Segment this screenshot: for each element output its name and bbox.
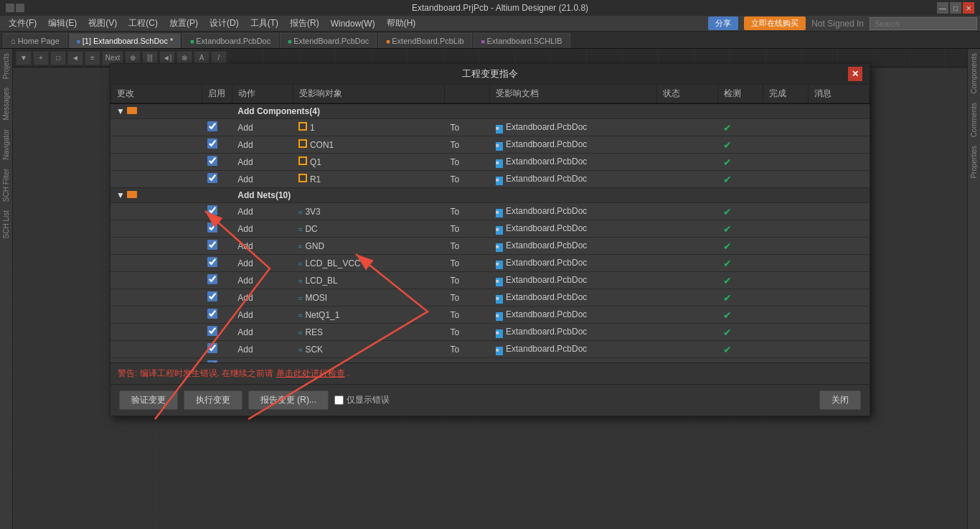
minimize-button[interactable]: — xyxy=(937,2,948,14)
check-status-con1: ✔ xyxy=(723,139,732,151)
dialog-close-button[interactable]: ✕ xyxy=(848,67,862,81)
share-button[interactable]: 分享 xyxy=(708,17,738,30)
enable-netq1[interactable] xyxy=(207,309,217,319)
to-dc: To xyxy=(444,220,489,238)
enable-3v3[interactable] xyxy=(207,205,217,215)
restore-button[interactable]: □ xyxy=(950,2,961,14)
enable-checkbox-r1[interactable] xyxy=(207,173,217,183)
to-netq1: To xyxy=(444,306,489,324)
component-icon-1 xyxy=(298,122,307,131)
pcbdoc-icon-1: ■ xyxy=(496,125,503,134)
enable-gnd[interactable] xyxy=(207,240,217,250)
enable-checkbox-con1[interactable] xyxy=(207,139,217,149)
search-input[interactable] xyxy=(870,17,977,30)
tab-schematic[interactable]: ■ [1] Extandboard.SchDoc * xyxy=(69,33,182,48)
warning-link[interactable]: 单击此处进行检查 xyxy=(276,368,345,378)
col-message: 消息 xyxy=(809,85,870,103)
close-dialog-button[interactable]: 关闭 xyxy=(819,390,861,410)
menu-window[interactable]: Window(W) xyxy=(325,17,381,30)
doc-q1: ■Extandboard.PcbDoc xyxy=(490,154,657,171)
doc-netq1: ■Extandboard.PcbDoc xyxy=(490,306,657,324)
col-affected-object: 受影响对象 xyxy=(293,85,444,103)
enable-vdd5v[interactable] xyxy=(207,360,217,362)
tab-pcblib[interactable]: ■ ExtendBoard.PcbLib xyxy=(378,33,471,48)
table-row: Add 1 To ■Extandboard.PcbDoc ✔ xyxy=(110,119,870,136)
table-header-row: 更改 启用 动作 受影响对象 受影响文档 状态 检测 完成 消息 xyxy=(111,85,870,103)
enable-checkbox-1[interactable] xyxy=(207,121,217,131)
object-dc: ≈DC xyxy=(293,220,445,238)
action-add-con1: Add xyxy=(232,136,293,154)
object-netq1: ≈NetQ1_1 xyxy=(293,306,445,324)
object-lcd-bl-vcc: ≈LCD_BL_VCC xyxy=(293,255,445,272)
doc-con1: ■Extandboard.PcbDoc xyxy=(490,136,657,154)
tab-pcbdoc2[interactable]: ■ ExtendBoard.PcbDoc xyxy=(280,33,377,48)
menu-edit[interactable]: 编辑(E) xyxy=(42,16,83,31)
pcbdoc-icon-lcd-bl-vcc: ■ xyxy=(496,261,503,269)
enable-res[interactable] xyxy=(207,326,217,336)
tab-home[interactable]: ⌂ Home Page xyxy=(3,33,67,48)
tab-pcbdoc[interactable]: ■ Extandboard.PcbDoc xyxy=(182,33,278,48)
enable-lcd-bl-vcc[interactable] xyxy=(207,257,217,267)
tab-schlib[interactable]: ■ Extandboard.SCHLIB xyxy=(473,33,570,48)
menu-project[interactable]: 工程(C) xyxy=(123,16,164,31)
net-icon-res: ≈ xyxy=(298,329,303,337)
folder-icon-components xyxy=(127,107,137,114)
pcbdoc-icon-netq1: ■ xyxy=(496,312,503,321)
check-status-sck: ✔ xyxy=(723,344,732,355)
change-table-body: ▼ Add Components(4) Add xyxy=(110,104,870,362)
pcbdoc-icon-q1: ■ xyxy=(496,159,503,168)
sidebar-properties[interactable]: Properties xyxy=(969,141,979,183)
table-row: Add ≈NetQ1_1 To ■Extandboard.PcbDoc ✔ xyxy=(110,306,870,324)
sidebar-sch-list[interactable]: SCH List xyxy=(1,206,11,243)
menu-design[interactable]: 设计(D) xyxy=(204,16,245,31)
buy-button[interactable]: 立即在线购买 xyxy=(744,17,806,30)
report-button[interactable]: 报告变更 (R)... xyxy=(248,390,329,410)
change-table: 更改 启用 动作 受影响对象 受影响文档 状态 检测 完成 消息 xyxy=(110,84,870,103)
check-status-dc: ✔ xyxy=(723,223,732,235)
only-errors-checkbox[interactable] xyxy=(334,395,344,405)
action-mosi: Add xyxy=(232,289,293,306)
net-icon-dc: ≈ xyxy=(298,225,303,233)
sidebar-messages[interactable]: Messages xyxy=(1,83,11,125)
menu-tools[interactable]: 工具(T) xyxy=(245,16,284,31)
check-status-res: ✔ xyxy=(723,327,732,338)
menu-file[interactable]: 文件(F) xyxy=(3,16,42,31)
menu-view[interactable]: 视图(V) xyxy=(83,16,123,31)
only-errors-text: 仅显示错误 xyxy=(347,394,390,406)
to-sck: To xyxy=(444,341,489,358)
menu-reports[interactable]: 报告(R) xyxy=(284,16,325,31)
validate-button[interactable]: 验证变更 xyxy=(119,390,178,410)
sidebar-projects[interactable]: Projects xyxy=(1,49,11,83)
home-icon: ⌂ xyxy=(11,37,18,45)
enable-dc[interactable] xyxy=(207,223,217,233)
doc-res: ■Extandboard.PcbDoc xyxy=(490,324,657,341)
change-table-scroll[interactable]: ▼ Add Components(4) Add xyxy=(110,104,870,362)
enable-checkbox-q1[interactable] xyxy=(207,156,217,166)
enable-mosi[interactable] xyxy=(207,291,217,301)
tabbar: ⌂ Home Page ■ [1] Extandboard.SchDoc * ■… xyxy=(0,32,980,49)
table-row: Add ≈RES To ■Extandboard.PcbDoc ✔ xyxy=(110,324,870,341)
window-title: Extandboard.PrjPcb - Altium Designer (21… xyxy=(63,3,937,13)
group-label-nets: Add Nets(10) xyxy=(232,188,870,203)
sidebar-navigator[interactable]: Navigator xyxy=(1,125,11,164)
enable-sck[interactable] xyxy=(207,343,217,353)
table-row: Add ≈DC To ■Extandboard.PcbDoc ✔ xyxy=(110,220,870,238)
doc-lcd-bl: ■Extandboard.PcbDoc xyxy=(490,272,657,289)
enable-lcd-bl[interactable] xyxy=(207,274,217,284)
menu-place[interactable]: 放置(P) xyxy=(164,16,204,31)
check-status-3v3: ✔ xyxy=(723,206,732,217)
to-gnd: To xyxy=(444,238,489,255)
action-dc: Add xyxy=(232,220,293,238)
collapse-icon[interactable]: ▼ xyxy=(116,106,125,116)
collapse-icon-nets[interactable]: ▼ xyxy=(116,190,125,200)
close-window-button[interactable]: ✕ xyxy=(963,2,974,14)
execute-button[interactable]: 执行变更 xyxy=(184,390,242,410)
sidebar-comments[interactable]: Comments xyxy=(969,98,979,141)
menu-help[interactable]: 帮助(H) xyxy=(381,16,422,31)
sidebar-sch-filter[interactable]: SCH Filter xyxy=(1,164,11,206)
doc-dc: ■Extandboard.PcbDoc xyxy=(490,220,657,238)
table-row: Add Q1 To ■Extandboard.PcbDoc ✔ xyxy=(110,154,870,171)
net-icon-netq1: ≈ xyxy=(298,312,303,319)
doc-lcd-bl-vcc: ■Extandboard.PcbDoc xyxy=(490,255,657,272)
sidebar-components[interactable]: Components xyxy=(969,49,979,98)
